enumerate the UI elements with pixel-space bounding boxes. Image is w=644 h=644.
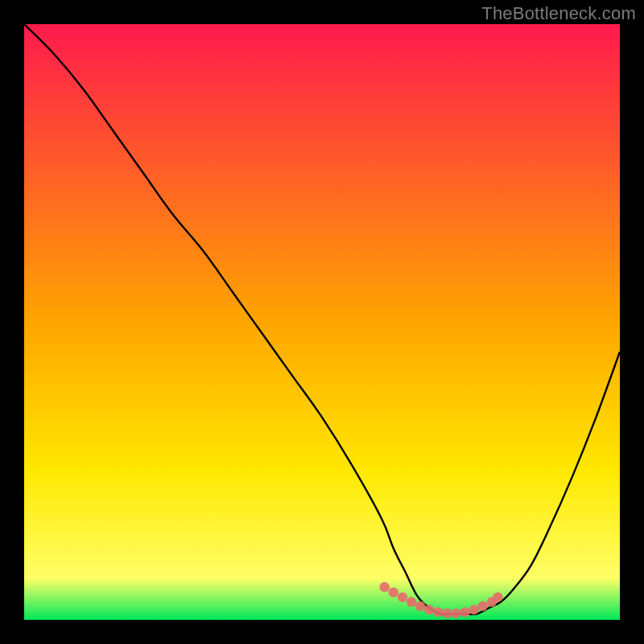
valley-marker	[424, 605, 434, 614]
valley-marker	[380, 582, 390, 592]
watermark-text: TheBottleneck.com	[481, 3, 636, 24]
valley-marker	[460, 607, 469, 617]
valley-marker	[478, 601, 488, 611]
valley-marker	[398, 592, 407, 602]
gradient-plot-area	[24, 24, 620, 620]
valley-marker	[389, 588, 398, 597]
valley-marker	[407, 597, 416, 607]
valley-marker	[493, 592, 502, 602]
valley-marker	[469, 605, 479, 614]
valley-marker	[442, 609, 452, 618]
valley-marker	[451, 609, 460, 618]
bottleneck-chart	[0, 0, 644, 644]
valley-marker	[415, 601, 425, 611]
valley-marker	[433, 607, 443, 617]
chart-frame: TheBottleneck.com	[0, 0, 644, 644]
